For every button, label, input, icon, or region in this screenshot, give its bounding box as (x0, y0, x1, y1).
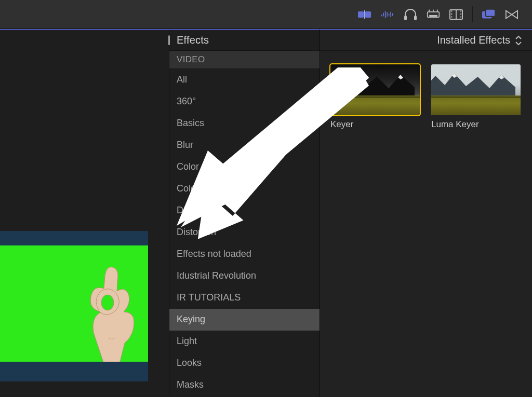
greenscreen-frame (0, 245, 148, 362)
chevron-up-down-icon (514, 35, 523, 46)
filmstrip-icon[interactable] (449, 8, 463, 21)
effect-label: Luma Keyer (431, 119, 521, 130)
category-item[interactable]: IR TUTORIALS (169, 287, 320, 309)
headphones-icon[interactable] (404, 8, 417, 21)
effect-item[interactable]: Keyer (330, 64, 420, 130)
titles-lower-third-icon[interactable] (427, 8, 440, 21)
sidebar-title-label: Effects (177, 34, 209, 46)
svg-rect-10 (404, 16, 407, 20)
category-list[interactable]: VIDEO All360°BasicsBlurColorColor Preset… (169, 51, 320, 397)
effects-grid: Keyer Luma Keyer (320, 51, 532, 143)
svg-rect-26 (486, 9, 496, 16)
category-item[interactable]: Light (169, 331, 320, 352)
category-item[interactable]: Color Presets (169, 178, 320, 200)
category-item[interactable]: Looks (169, 352, 320, 374)
svg-rect-22 (460, 10, 461, 11)
effects-filter-label: Installed Effects (437, 34, 510, 46)
effects-browser: Installed Effects Keyer Luma Keyer (320, 29, 532, 397)
timeline-clip-preview[interactable] (0, 231, 148, 381)
category-item[interactable]: Keying (169, 309, 320, 331)
audio-waveform-icon[interactable] (381, 8, 394, 21)
svg-rect-19 (451, 10, 453, 11)
svg-point-27 (101, 295, 114, 310)
category-item[interactable]: Basics (169, 113, 320, 134)
effect-item[interactable]: Luma Keyer (431, 64, 521, 130)
category-item[interactable]: Masks (169, 374, 320, 396)
category-item[interactable]: DEH (169, 200, 320, 222)
transitions-icon[interactable] (505, 8, 518, 21)
category-item[interactable]: Distortion (169, 222, 320, 243)
enhancements-icon[interactable] (358, 8, 371, 21)
category-item[interactable]: All (169, 69, 320, 91)
svg-rect-1 (365, 11, 371, 17)
effect-label: Keyer (330, 119, 420, 130)
toolbar (0, 0, 532, 29)
effects-filter-dropdown[interactable]: Installed Effects (437, 34, 523, 46)
effect-thumbnail[interactable] (431, 64, 521, 115)
category-item[interactable]: Idustrial Revolution (169, 265, 320, 287)
svg-rect-24 (460, 16, 461, 17)
sidebar-title: Effects (169, 30, 320, 51)
svg-rect-0 (358, 11, 364, 17)
browser-header: Installed Effects (320, 30, 532, 51)
effects-sidebar: Effects VIDEO All360°BasicsBlurColorColo… (169, 29, 320, 397)
svg-rect-20 (451, 13, 453, 15)
sidebar-handle[interactable] (168, 35, 170, 45)
effects-browser-icon[interactable] (482, 8, 496, 21)
effect-thumbnail[interactable] (330, 64, 420, 115)
preview-pane (0, 29, 169, 397)
svg-rect-16 (429, 15, 437, 16)
svg-rect-21 (451, 16, 453, 17)
category-item[interactable]: Color (169, 156, 320, 178)
svg-rect-2 (364, 10, 365, 19)
hand-ok-gesture (68, 260, 140, 362)
category-item[interactable]: Effects not loaded (169, 243, 320, 265)
svg-rect-11 (414, 16, 417, 20)
category-section-header: VIDEO (169, 51, 320, 69)
category-item[interactable]: 360° (169, 91, 320, 113)
category-item[interactable]: Blur (169, 134, 320, 156)
svg-rect-23 (460, 13, 461, 15)
